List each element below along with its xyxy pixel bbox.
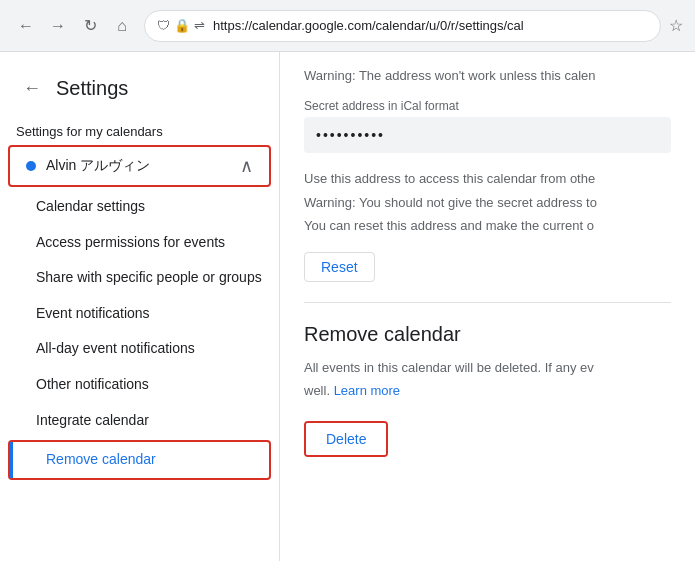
content-area: Warning: The address won't work unless t…: [280, 52, 695, 561]
section-divider: [304, 302, 671, 303]
chevron-up-icon: ∧: [240, 155, 253, 177]
sidebar-item-integrate-calendar[interactable]: Integrate calendar: [0, 403, 279, 439]
bookmark-star-icon[interactable]: ☆: [669, 16, 683, 35]
reload-button[interactable]: ↻: [76, 12, 104, 40]
calendar-dot: [26, 161, 36, 171]
learn-more-link[interactable]: Learn more: [334, 383, 400, 398]
ical-label: Secret address in iCal format: [304, 99, 671, 113]
remove-description-2: well. Learn more: [304, 381, 671, 401]
home-button[interactable]: ⌂: [108, 12, 136, 40]
delete-button-wrapper: Delete: [304, 421, 388, 457]
forward-nav-icon: →: [50, 17, 66, 35]
info-text-2: Warning: You should not give the secret …: [304, 193, 671, 213]
nav-buttons: ← → ↻ ⌂: [12, 12, 136, 40]
sub-menu: Calendar settings Access permissions for…: [0, 189, 279, 480]
sidebar-item-access-permissions[interactable]: Access permissions for events: [0, 225, 279, 261]
address-bar[interactable]: 🛡 🔒 ⇌ https://calendar.google.com/calend…: [144, 10, 661, 42]
section-label: Settings for my calendars: [0, 116, 279, 143]
sidebar-item-other-notifications[interactable]: Other notifications: [0, 367, 279, 403]
page-header: ← Settings: [0, 60, 279, 116]
info-text-1: Use this address to access this calendar…: [304, 169, 671, 189]
shield-icon: 🛡: [157, 18, 170, 33]
back-arrow-icon: ←: [23, 78, 41, 99]
calendar-item[interactable]: Alvin アルヴィン ∧: [8, 145, 271, 187]
warning-text: Warning: The address won't work unless t…: [304, 68, 671, 83]
ical-address-input[interactable]: [304, 117, 671, 153]
home-icon: ⌂: [117, 17, 127, 35]
info-text-3: You can reset this address and make the …: [304, 216, 671, 236]
browser-chrome: ← → ↻ ⌂ 🛡 🔒 ⇌ https://calendar.google.co…: [0, 0, 695, 52]
sidebar-item-calendar-settings[interactable]: Calendar settings: [0, 189, 279, 225]
sidebar-item-allday-notifications[interactable]: All-day event notifications: [0, 331, 279, 367]
calendar-item-left: Alvin アルヴィン: [26, 157, 150, 175]
remove-description-text: All events in this calendar will be dele…: [304, 360, 594, 375]
sidebar-item-share-people[interactable]: Share with specific people or groups: [0, 260, 279, 296]
delete-button[interactable]: Delete: [306, 423, 386, 455]
reload-icon: ↻: [84, 16, 97, 35]
ical-section: Secret address in iCal format: [304, 99, 671, 153]
sidebar-item-event-notifications[interactable]: Event notifications: [0, 296, 279, 332]
calendar-name: Alvin アルヴィン: [46, 157, 150, 175]
connection-icon: ⇌: [194, 18, 205, 33]
sidebar-item-remove-calendar[interactable]: Remove calendar: [10, 442, 269, 478]
back-nav-button[interactable]: ←: [12, 12, 40, 40]
back-nav-icon: ←: [18, 17, 34, 35]
sidebar: ← Settings Settings for my calendars Alv…: [0, 52, 280, 561]
lock-icon: 🔒: [174, 18, 190, 33]
remove-calendar-section: Remove calendar All events in this calen…: [304, 323, 671, 457]
settings-back-button[interactable]: ←: [16, 72, 48, 104]
url-text: https://calendar.google.com/calendar/u/0…: [213, 18, 648, 33]
main-layout: ← Settings Settings for my calendars Alv…: [0, 52, 695, 561]
remove-calendar-title: Remove calendar: [304, 323, 671, 346]
page-title: Settings: [56, 77, 128, 100]
forward-nav-button[interactable]: →: [44, 12, 72, 40]
reset-button[interactable]: Reset: [304, 252, 375, 282]
remove-description: All events in this calendar will be dele…: [304, 358, 671, 378]
remove-well-text: well.: [304, 383, 334, 398]
security-icons: 🛡 🔒 ⇌: [157, 18, 205, 33]
